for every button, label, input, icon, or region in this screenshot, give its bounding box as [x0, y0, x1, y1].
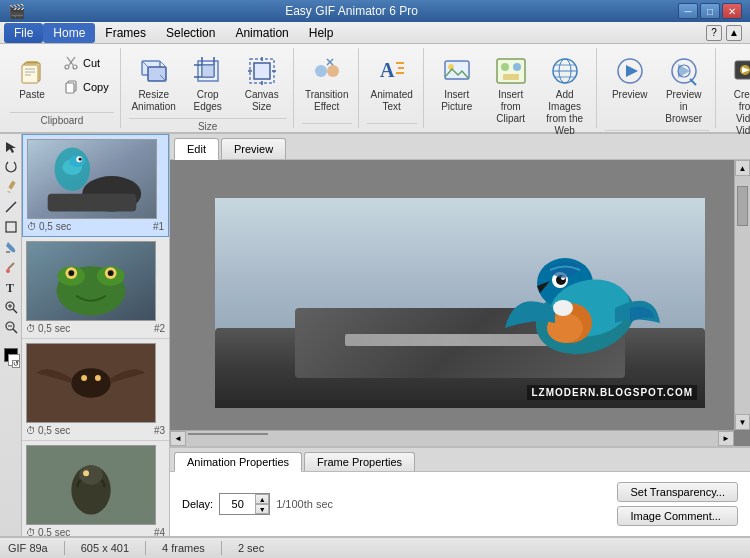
insert-picture-label: InsertPicture: [441, 89, 472, 113]
color-swatch[interactable]: ↺: [2, 346, 20, 370]
left-toolbar: T ↺: [0, 134, 22, 536]
set-transparency-button[interactable]: Set Transparency...: [617, 482, 738, 502]
delay-unit: 1/100th sec: [276, 498, 333, 510]
zoom-in-tool[interactable]: [2, 298, 20, 316]
title-bar: 🎬 Easy GIF Animator 6 Pro ─ □ ✕: [0, 0, 750, 22]
menu-file[interactable]: File: [4, 23, 43, 43]
spinner-up[interactable]: ▲: [255, 494, 269, 504]
delay-input-group[interactable]: ▲ ▼: [219, 493, 270, 515]
frame-1-info: ⏱ 0,5 sec #1: [27, 221, 164, 232]
menu-selection[interactable]: Selection: [156, 23, 225, 43]
svg-point-7: [73, 65, 77, 69]
cut-button[interactable]: Cut: [58, 52, 114, 74]
transition-label: TransitionEffect: [305, 89, 349, 113]
paste-button[interactable]: Paste: [10, 52, 54, 104]
svg-point-91: [71, 368, 110, 398]
spinner-down[interactable]: ▼: [255, 504, 269, 514]
maximize-button[interactable]: □: [700, 3, 720, 19]
svg-point-92: [81, 375, 87, 381]
svg-rect-42: [503, 74, 519, 80]
create-from-video-button[interactable]: Createfrom VideoVideo: [724, 52, 750, 140]
transition-group-label: [302, 123, 352, 126]
crop-edges-icon: [192, 55, 224, 87]
up-arrow-icon[interactable]: ▲: [726, 25, 742, 41]
horizontal-scrollbar[interactable]: ◄ ►: [170, 430, 734, 446]
scroll-up-button[interactable]: ▲: [735, 160, 750, 176]
animation-properties-tab[interactable]: Animation Properties: [174, 452, 302, 472]
watermark: LZMODERN.BLOGSPOT.COM: [527, 385, 697, 400]
close-button[interactable]: ✕: [722, 3, 742, 19]
ribbon-group-text: A AnimatedText: [361, 48, 424, 128]
svg-point-41: [513, 63, 521, 71]
scroll-right-button[interactable]: ►: [718, 431, 734, 446]
edit-tabs: Edit Preview: [170, 134, 750, 160]
preview-browser-button[interactable]: Preview inBrowser: [659, 52, 709, 128]
status-bar: GIF 89a 605 x 401 4 frames 2 sec: [0, 536, 750, 558]
frame-item-2[interactable]: ⏱ 0,5 sec #2: [22, 237, 169, 339]
canvas-size-button[interactable]: CanvasSize: [237, 52, 287, 116]
menu-animation[interactable]: Animation: [225, 23, 298, 43]
image-comment-button[interactable]: Image Comment...: [617, 506, 738, 526]
zoom-out-tool[interactable]: [2, 318, 20, 336]
preview-browser-icon: [668, 55, 700, 87]
scroll-thumb-v[interactable]: [737, 186, 748, 226]
copy-button[interactable]: Copy: [58, 76, 114, 98]
svg-point-29: [315, 65, 327, 77]
delay-input[interactable]: [220, 494, 255, 514]
canvas-area[interactable]: LZMODERN.BLOGSPOT.COM ▲ ▼ ◄ ►: [170, 160, 750, 446]
eyedropper-tool[interactable]: [2, 258, 20, 276]
scroll-track-h[interactable]: [186, 431, 718, 446]
shape-tool[interactable]: [2, 218, 20, 236]
preview-label: Preview: [612, 89, 648, 101]
delay-field: Delay: ▲ ▼ 1/100th sec: [182, 493, 333, 515]
menu-frames[interactable]: Frames: [95, 23, 156, 43]
lasso-tool[interactable]: [2, 158, 20, 176]
clipboard-small-group: Cut Copy: [58, 52, 114, 98]
menu-home[interactable]: Home: [43, 23, 95, 43]
scroll-thumb-h[interactable]: [188, 433, 268, 435]
status-duration: 2 sec: [238, 542, 264, 554]
scroll-down-button[interactable]: ▼: [735, 414, 750, 430]
frame-properties-tab[interactable]: Frame Properties: [304, 452, 415, 471]
help-icon[interactable]: ?: [706, 25, 722, 41]
scroll-left-button[interactable]: ◄: [170, 431, 186, 446]
status-file-type: GIF 89a: [8, 542, 48, 554]
add-images-web-button[interactable]: Add Imagesfrom the Web: [540, 52, 590, 140]
transition-effect-button[interactable]: TransitionEffect: [302, 52, 352, 116]
svg-point-89: [108, 270, 114, 276]
vertical-scrollbar[interactable]: ▲ ▼: [734, 160, 750, 430]
preview-button[interactable]: Preview: [605, 52, 655, 104]
svg-rect-62: [6, 222, 16, 232]
tab-preview[interactable]: Preview: [221, 138, 286, 159]
copy-icon: [63, 79, 79, 95]
insert-clipart-icon: [495, 55, 527, 87]
frame-item-1[interactable]: ⏱ 0,5 sec #1: [22, 134, 169, 237]
cut-icon: [63, 55, 79, 71]
svg-line-68: [13, 309, 17, 313]
preview-icon: [614, 55, 646, 87]
status-frames: 4 frames: [162, 542, 205, 554]
svg-point-93: [95, 375, 101, 381]
menu-help[interactable]: Help: [299, 23, 344, 43]
text-tool[interactable]: T: [2, 278, 20, 296]
insert-from-clipart-button[interactable]: Insert fromClipart: [486, 52, 536, 128]
line-tool[interactable]: [2, 198, 20, 216]
ribbon-group-insert: InsertPicture Insert fromClipart Add Ima…: [426, 48, 597, 128]
scroll-track-v[interactable]: [735, 176, 750, 414]
frame-item-4[interactable]: ⏱ 0,5 sec #4: [22, 441, 169, 536]
frame-item-3[interactable]: ⏱ 0,5 sec #3: [22, 339, 169, 441]
svg-marker-60: [6, 190, 10, 194]
animated-text-button[interactable]: A AnimatedText: [367, 52, 417, 116]
frame-thumb-4: [26, 445, 156, 525]
pencil-tool[interactable]: [2, 178, 20, 196]
select-tool[interactable]: [2, 138, 20, 156]
frame-thumb-1: [27, 139, 157, 219]
crop-edges-button[interactable]: CropEdges: [183, 52, 233, 116]
delay-spinner[interactable]: ▲ ▼: [255, 494, 269, 514]
svg-point-81: [79, 158, 82, 161]
insert-picture-button[interactable]: InsertPicture: [432, 52, 482, 116]
fill-tool[interactable]: [2, 238, 20, 256]
resize-animation-button[interactable]: ResizeAnimation: [129, 52, 179, 116]
minimize-button[interactable]: ─: [678, 3, 698, 19]
tab-edit[interactable]: Edit: [174, 138, 219, 160]
